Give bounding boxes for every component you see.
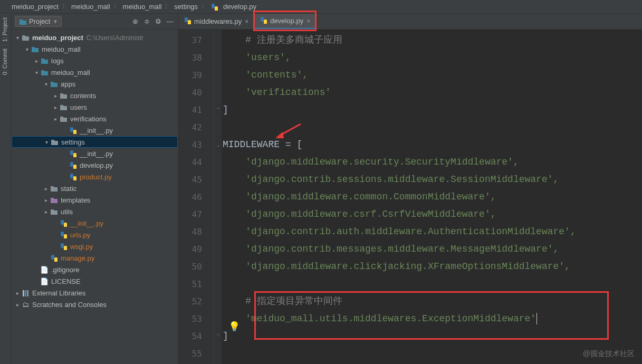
line-number: 47: [178, 206, 214, 223]
line-number: 46: [178, 188, 214, 206]
collapse-arrow-icon[interactable]: ▸: [14, 302, 21, 308]
close-icon[interactable]: ×: [306, 17, 310, 25]
tree-item[interactable]: ▸ static: [12, 183, 178, 194]
tree-label: meiduo_mall: [51, 69, 90, 76]
gear-icon[interactable]: ⚙: [154, 17, 163, 26]
annotation-highlight: [254, 291, 609, 340]
crumb[interactable]: meiduo_mall: [71, 3, 110, 11]
tree-label: urls.py: [70, 231, 90, 239]
tab-middlewares[interactable]: middlewares.py ×: [178, 14, 254, 29]
folder-icon: [50, 196, 58, 204]
scratches-icon: 🗂: [21, 300, 30, 309]
tree-item-settings[interactable]: ▾ settings: [12, 136, 178, 148]
tree-item[interactable]: ▾ apps: [12, 78, 178, 90]
crumb[interactable]: develop.py: [223, 3, 256, 11]
tree-item[interactable]: __init__.py: [12, 124, 178, 136]
chevron-down-icon: ▼: [53, 19, 58, 24]
code-text: 'django.contrib.sessions.middleware.Sess…: [245, 174, 559, 185]
tree-item[interactable]: __init__.py: [12, 148, 178, 159]
crumb[interactable]: settings: [174, 3, 198, 11]
code-text: 'django.middleware.security.SecurityMidd…: [245, 157, 519, 167]
line-gutter: 37 38 39 40 41 42 43 44 45 46 47 48 49 5…: [178, 30, 214, 364]
fold-end-icon[interactable]: ⌃: [214, 101, 222, 119]
code-text: ]: [223, 331, 228, 341]
line-number: 45: [178, 171, 214, 188]
collapse-arrow-icon[interactable]: ▸: [42, 186, 50, 191]
folder-icon: [59, 103, 68, 111]
tree-label: develop.py: [80, 161, 113, 169]
commit-tool-tab[interactable]: 0: Commit: [0, 45, 9, 78]
folder-icon: [50, 80, 58, 88]
tree-item[interactable]: ▸ users: [12, 101, 178, 113]
collapse-arrow-icon[interactable]: ▸: [52, 93, 59, 99]
project-sidebar: Project ▼ ⊕ ≑ ⚙ — ▾ meiduo_project C:\Us…: [12, 14, 178, 364]
editor-tabs: middlewares.py × develop.py ×: [178, 14, 642, 30]
hide-icon[interactable]: —: [165, 17, 175, 26]
line-number: 48: [178, 223, 214, 241]
collapse-arrow-icon[interactable]: ▸: [52, 104, 59, 110]
sidebar-header: Project ▼ ⊕ ≑ ⚙ —: [12, 14, 178, 30]
code-text: 'django.middleware.common.CommonMiddlewa…: [245, 191, 496, 202]
tab-develop[interactable]: develop.py ×: [254, 14, 316, 29]
expand-arrow-icon[interactable]: ▾: [14, 35, 21, 41]
tree-root[interactable]: ▾ meiduo_project C:\Users\Administr: [12, 32, 178, 43]
folder-icon: [40, 56, 49, 65]
collapse-arrow-icon[interactable]: ▸: [14, 290, 21, 296]
tree-item[interactable]: wsgi.py: [12, 241, 178, 252]
collapse-arrow-icon[interactable]: ▸: [33, 58, 40, 64]
tree-item[interactable]: product.py: [12, 171, 178, 183]
tree-item[interactable]: 📄 .gitignore: [12, 264, 178, 275]
expand-arrow-icon[interactable]: ▾: [43, 139, 50, 145]
folder-icon: [59, 91, 68, 100]
line-number: 41: [178, 101, 214, 119]
crumb[interactable]: meiduo_mall: [123, 3, 162, 11]
collapse-arrow-icon[interactable]: ▸: [42, 197, 50, 203]
tree-item[interactable]: urls.py: [12, 229, 178, 241]
folder-icon: [40, 68, 49, 76]
collapse-arrow-icon[interactable]: ▸: [42, 209, 50, 215]
fold-start-icon[interactable]: ⌄: [214, 136, 222, 154]
code-text: 'django.middleware.csrf.CsrfViewMiddlewa…: [245, 209, 496, 219]
fold-end-icon[interactable]: ⌃: [214, 328, 222, 345]
tree-item[interactable]: ▸ verifications: [12, 113, 178, 124]
tree-item[interactable]: ▸ utils: [12, 206, 178, 217]
tree-item[interactable]: ▸ templates: [12, 194, 178, 206]
project-tool-tab[interactable]: 1: Project: [0, 14, 9, 45]
expand-arrow-icon[interactable]: ▾: [23, 46, 31, 52]
expand-icon[interactable]: ≑: [142, 17, 151, 26]
tree-item[interactable]: ▸ 🗂 Scratches and Consoles: [12, 299, 178, 310]
tree-item[interactable]: ▸ logs: [12, 55, 178, 66]
collapse-arrow-icon[interactable]: ▸: [52, 116, 59, 122]
line-number: 42: [178, 119, 214, 136]
expand-arrow-icon[interactable]: ▾: [42, 81, 50, 87]
project-view-selector[interactable]: Project ▼: [15, 16, 62, 27]
tree-item[interactable]: ▾ meiduo_mall: [12, 66, 178, 78]
tree-item[interactable]: ▾ meiduo_mall: [12, 43, 178, 55]
expand-arrow-icon[interactable]: ▾: [33, 70, 40, 75]
python-file-icon: [59, 231, 68, 239]
close-icon[interactable]: ×: [245, 18, 248, 25]
crumb[interactable]: meiduo_project: [12, 3, 59, 11]
intention-bulb-icon[interactable]: 💡: [228, 321, 240, 332]
line-number: 44: [178, 154, 214, 171]
python-file-icon: [260, 16, 267, 25]
fold-strip: ⌃ ⌄ ⌃: [214, 30, 222, 364]
tree-item[interactable]: __init__.py: [12, 217, 178, 229]
locate-icon[interactable]: ⊕: [130, 17, 140, 26]
library-icon: [21, 289, 30, 297]
tree-item[interactable]: manage.py: [12, 252, 178, 264]
tree-label: utils: [61, 208, 73, 216]
tree-item[interactable]: 📄 LICENSE: [12, 275, 178, 287]
tab-label: middlewares.py: [194, 17, 242, 25]
chevron-right-icon: 〉: [165, 2, 171, 11]
tree-label: .gitignore: [51, 266, 79, 274]
tree-label: verifications: [70, 115, 107, 123]
tree-label: manage.py: [61, 254, 94, 262]
tree-item[interactable]: ▸ contents: [12, 90, 178, 101]
tree-item[interactable]: develop.py: [12, 159, 178, 171]
tree-label: __init__.py: [70, 219, 103, 227]
tree-item[interactable]: ▸ External Libraries: [12, 287, 178, 299]
project-tree[interactable]: ▾ meiduo_project C:\Users\Administr ▾ me…: [12, 30, 178, 364]
python-file-icon: [59, 219, 68, 227]
svg-marker-6: [275, 132, 284, 138]
